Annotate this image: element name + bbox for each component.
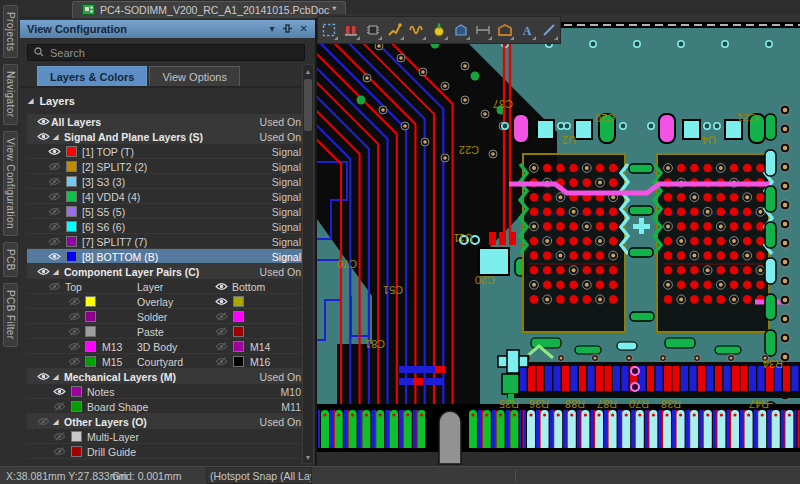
layers-section-header[interactable]: ◢ Layers xyxy=(28,95,75,107)
layer-color-swatch[interactable] xyxy=(85,356,96,367)
pcb-viewport[interactable]: C37C22U11C20C20C21U2U4C70C51C81R34R35R36… xyxy=(317,14,800,466)
layer-color-swatch[interactable] xyxy=(233,326,244,337)
pin-icon[interactable] xyxy=(282,23,293,36)
visibility-eye-icon[interactable] xyxy=(48,220,61,233)
layer-color-swatch[interactable] xyxy=(66,221,77,232)
row-board-shape[interactable]: Board ShapeM11 xyxy=(27,399,305,414)
row-multi-layer[interactable]: Multi-Layer xyxy=(27,429,305,444)
row-mechanical-layers-m-[interactable]: ◢Mechanical Layers (M)Used On xyxy=(27,369,305,384)
row--4-vdd4-4-[interactable]: [4] VDD4 (4)Signal xyxy=(27,189,305,204)
layer-color-swatch[interactable] xyxy=(66,146,77,157)
layer-color-swatch[interactable] xyxy=(71,386,82,397)
side-tab-navigator[interactable]: Navigator xyxy=(3,64,18,124)
layer-color-swatch[interactable] xyxy=(66,206,77,217)
visibility-eye-icon[interactable] xyxy=(48,190,61,203)
dimension-tool-button[interactable] xyxy=(472,17,494,43)
row-drill-guide[interactable]: Drill Guide xyxy=(27,444,305,459)
row-pair[interactable]: Solder xyxy=(27,309,305,324)
search-input[interactable]: Search xyxy=(27,44,305,61)
text-string-tool-button[interactable]: A xyxy=(516,17,538,43)
row--5-s5-5-[interactable]: [5] S5 (5)Signal xyxy=(27,204,305,219)
side-tab-pcb[interactable]: PCB xyxy=(3,242,18,278)
pcb-canvas[interactable]: C37C22U11C20C20C21U2U4C70C51C81R34R35R36… xyxy=(317,14,800,466)
scroll-down-icon[interactable]: ▼ xyxy=(303,451,313,463)
layer-color-swatch[interactable] xyxy=(66,176,77,187)
scroll-up-icon[interactable]: ▲ xyxy=(303,65,313,77)
row-other-layers-o-[interactable]: ◢Other Layers (O)Used On xyxy=(27,414,305,429)
via-tool-button[interactable] xyxy=(428,17,450,43)
row-component-layer-pairs-c-[interactable]: ◢Component Layer Pairs (C)Used On xyxy=(27,264,305,279)
layer-color-swatch[interactable] xyxy=(71,446,82,457)
collapse-triangle-icon[interactable]: ◢ xyxy=(53,265,58,278)
visibility-eye-icon[interactable] xyxy=(215,310,228,323)
layer-color-swatch[interactable] xyxy=(85,296,96,307)
document-tab[interactable]: PC4-SODIMM_V200_RC_A1_20141015.PcbDoc * xyxy=(72,1,346,18)
layer-color-swatch[interactable] xyxy=(66,251,77,262)
panel-scrollbar[interactable]: ▲ ▼ xyxy=(302,64,314,464)
row-pair[interactable]: Paste xyxy=(27,324,305,339)
visibility-eye-icon[interactable] xyxy=(215,295,228,308)
layer-color-swatch[interactable] xyxy=(66,236,77,247)
visibility-eye-icon[interactable] xyxy=(68,295,81,308)
row--1-top-t-[interactable]: [1] TOP (T)Signal xyxy=(27,144,305,159)
side-tab-pcb-filter[interactable]: PCB Filter xyxy=(3,283,18,347)
pad-tool-button[interactable] xyxy=(340,17,362,43)
scrollbar-thumb[interactable] xyxy=(304,79,312,131)
visibility-eye-icon[interactable] xyxy=(68,325,81,338)
component-tool-button[interactable] xyxy=(362,17,384,43)
row-pair[interactable]: M15CourtyardM16 xyxy=(27,354,305,369)
chevron-down-icon[interactable]: ▾ xyxy=(270,24,275,34)
layer-color-swatch[interactable] xyxy=(85,326,96,337)
visibility-eye-icon[interactable] xyxy=(53,400,66,413)
visibility-eye-icon[interactable] xyxy=(68,355,81,368)
visibility-eye-icon[interactable] xyxy=(48,235,61,248)
collapse-triangle-icon[interactable]: ◢ xyxy=(53,130,58,143)
row--6-s6-6-[interactable]: [6] S6 (6)Signal xyxy=(27,219,305,234)
visibility-eye-icon[interactable] xyxy=(37,265,50,278)
visibility-eye-icon[interactable] xyxy=(48,175,61,188)
visibility-eye-icon[interactable] xyxy=(53,445,66,458)
side-tab-projects[interactable]: Projects xyxy=(3,5,18,58)
visibility-eye-icon[interactable] xyxy=(37,415,50,428)
visibility-eye-icon[interactable] xyxy=(37,130,50,143)
polygon-tool-button[interactable] xyxy=(450,17,472,43)
row-notes[interactable]: NotesM10 xyxy=(27,384,305,399)
layer-color-swatch[interactable] xyxy=(233,296,244,307)
layer-color-swatch[interactable] xyxy=(85,311,96,322)
visibility-eye-icon[interactable] xyxy=(68,340,81,353)
row-all-layers[interactable]: All LayersUsed On xyxy=(27,114,305,129)
row-pair[interactable]: Overlay xyxy=(27,294,305,309)
row--7-split7-7-[interactable]: [7] SPLIT7 (7)Signal xyxy=(27,234,305,249)
row--3-s3-3-[interactable]: [3] S3 (3)Signal xyxy=(27,174,305,189)
visibility-eye-icon[interactable] xyxy=(37,115,50,128)
row-pair[interactable]: M133D BodyM14 xyxy=(27,339,305,354)
layer-color-swatch[interactable] xyxy=(233,356,244,367)
visibility-eye-icon[interactable] xyxy=(48,160,61,173)
layer-color-swatch[interactable] xyxy=(233,311,244,322)
layer-color-swatch[interactable] xyxy=(66,161,77,172)
row--2-split2-2-[interactable]: [2] SPLIT2 (2)Signal xyxy=(27,159,305,174)
route-tool-button[interactable] xyxy=(384,17,406,43)
layer-color-swatch[interactable] xyxy=(85,341,96,352)
visibility-eye-icon[interactable] xyxy=(215,325,228,338)
visibility-eye-icon[interactable] xyxy=(53,385,66,398)
selection-box-tool-button[interactable] xyxy=(318,17,340,43)
visibility-eye-icon[interactable] xyxy=(53,430,66,443)
visibility-eye-icon[interactable] xyxy=(215,340,228,353)
row-signal-and-plane-layers-s-[interactable]: ◢Signal And Plane Layers (S)Used On xyxy=(27,129,305,144)
close-icon[interactable]: ✕ xyxy=(300,24,308,34)
visibility-eye-icon[interactable] xyxy=(215,355,228,368)
layer-color-swatch[interactable] xyxy=(71,401,82,412)
line-tool-button[interactable] xyxy=(538,17,560,43)
interactive-tune-tool-button[interactable] xyxy=(406,17,428,43)
row-pairhead[interactable]: TopLayerBottom xyxy=(27,279,305,294)
collapse-triangle-icon[interactable]: ◢ xyxy=(53,370,58,383)
visibility-eye-icon[interactable] xyxy=(48,280,61,293)
layer-color-swatch[interactable] xyxy=(233,341,244,352)
layer-color-swatch[interactable] xyxy=(66,191,77,202)
room-tool-button[interactable] xyxy=(494,17,516,43)
row--8-bottom-b-[interactable]: [8] BOTTOM (B)Signal xyxy=(27,249,305,264)
visibility-eye-icon[interactable] xyxy=(215,280,228,293)
visibility-eye-icon[interactable] xyxy=(68,310,81,323)
layer-color-swatch[interactable] xyxy=(71,431,82,442)
